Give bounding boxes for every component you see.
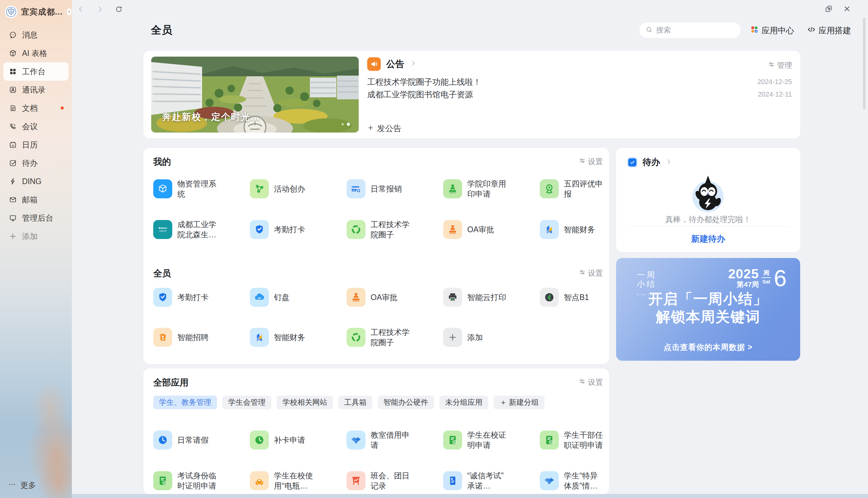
app-tile[interactable]: 智能云打印	[443, 288, 540, 307]
post-announcement-button[interactable]: 发公告	[367, 123, 402, 134]
app-tile[interactable]: 学生“特异体质”情…	[540, 471, 603, 491]
sidebar-item[interactable]: 添加	[3, 227, 68, 246]
app-tile[interactable]: 添加	[443, 327, 540, 348]
nav-forward-icon[interactable]	[96, 5, 104, 13]
app-tile-label: 班会、团日记录	[371, 471, 412, 491]
app-tile[interactable]: OA审批	[346, 288, 443, 307]
close-icon[interactable]	[843, 5, 851, 13]
app-group-tab[interactable]: 智能办公硬件	[378, 396, 434, 409]
app-center-icon	[750, 25, 759, 36]
app-tile[interactable]: 补卡申请	[250, 430, 346, 450]
message-icon	[9, 31, 17, 39]
refresh-icon[interactable]	[115, 5, 123, 13]
app-tile[interactable]: 学生在校使用“电瓶…	[250, 471, 346, 491]
cycle-app-icon	[346, 328, 366, 347]
sidebar-item[interactable]: 管理后台	[3, 209, 68, 227]
app-tile[interactable]: 考勤打卡	[153, 288, 250, 307]
all-apps-settings-button[interactable]: 设置	[579, 377, 603, 388]
mine-settings-button[interactable]: 设置	[579, 157, 603, 167]
sidebar-item[interactable]: 会议	[3, 117, 68, 135]
chevron-right-icon[interactable]	[410, 60, 417, 68]
app-tile[interactable]: 日常报销	[346, 179, 443, 199]
app-tile-label: 教室借用申请	[371, 430, 412, 450]
scrollbar[interactable]	[863, 18, 866, 109]
all-apps-card: 全部应用 设置 学生、教务管理学生会管理学校相关网站工具箱智能办公硬件未分组应用…	[143, 368, 609, 494]
team-avatar	[5, 5, 18, 18]
app-tile[interactable]: 学生在校证明申请	[443, 430, 540, 450]
app-tile[interactable]: 工程技术学院圈子	[346, 327, 443, 348]
docbadge-app-icon	[443, 431, 462, 449]
sidebar-more[interactable]: 更多	[8, 480, 36, 490]
search-box[interactable]	[640, 22, 740, 38]
announcement-title[interactable]: 公告	[386, 58, 405, 70]
everyone-settings-button[interactable]: 设置	[579, 268, 603, 278]
app-tile[interactable]: 智点B1	[540, 288, 603, 307]
app-tile[interactable]: 考勤打卡	[250, 219, 346, 240]
carousel-dots[interactable]	[341, 123, 350, 126]
sidebar-item[interactable]: 邮箱	[3, 191, 68, 209]
printer-app-icon	[443, 288, 462, 307]
weekly-summary-card[interactable]: 一周 小结 Ding Talk 2025 第47周 周 Sat 6 开启「一周小…	[616, 258, 800, 361]
app-tile[interactable]: Beisen北森生涯成都工业学院北森生…	[153, 219, 250, 240]
app-tile[interactable]: 考试身份临时证明申请	[153, 471, 250, 491]
announcement-item[interactable]: 成都工业学院图书馆电子资源2024-12-11	[367, 88, 792, 101]
clock-app-icon	[250, 431, 269, 449]
ding-icon	[9, 177, 17, 185]
app-group-tab[interactable]: 学校相关网站	[277, 396, 333, 409]
team-switcher[interactable]: 宜宾成都...	[0, 0, 72, 22]
app-tile[interactable]: 智能招聘	[153, 327, 250, 348]
sidebar-item[interactable]: 工作台	[3, 62, 68, 81]
share-app-icon	[250, 179, 269, 198]
announcement-list: 工程技术学院圈子功能上线啦！2024-12-25成都工业学院图书馆电子资源202…	[367, 76, 792, 101]
handshake-app-icon	[540, 471, 559, 490]
carousel-dot[interactable]	[341, 123, 344, 126]
app-group-tab[interactable]: ＋ 新建分组	[494, 396, 544, 409]
sidebar-item[interactable]: 通讯录	[3, 81, 68, 99]
app-tile[interactable]: 工程技术学院圈子	[346, 219, 443, 240]
app-group-tab[interactable]: 学生会管理	[222, 396, 271, 409]
app-tile[interactable]: 智能财务	[540, 219, 603, 240]
mail-icon	[9, 196, 17, 204]
app-group-tab[interactable]: 工具箱	[338, 396, 372, 409]
stamp-app-icon	[443, 179, 462, 198]
app-tile[interactable]: 教室借用申请	[346, 430, 443, 450]
announcement-manage-button[interactable]: 管理	[768, 60, 792, 70]
sidebar-item[interactable]: 待办	[3, 154, 68, 172]
sidebar-item[interactable]: 文档	[3, 99, 68, 117]
app-group-tab[interactable]: 学生、教务管理	[153, 396, 217, 409]
search-input[interactable]	[655, 25, 731, 35]
todo-header[interactable]: 待办	[627, 156, 672, 168]
app-tile[interactable]: 学生干部任职证明申请	[540, 430, 603, 450]
pinwheel-app-icon	[540, 220, 559, 239]
svg-text:22: 22	[12, 144, 14, 147]
new-todo-button[interactable]: 新建待办	[616, 233, 800, 245]
sidebar-item[interactable]: 22日历	[3, 135, 68, 154]
announcement-item[interactable]: 工程技术学院圈子功能上线啦！2024-12-25	[367, 76, 792, 88]
sidebar-item[interactable]: 消息	[3, 26, 68, 44]
app-tile[interactable]: 活动创办	[250, 179, 346, 199]
sidebar-item[interactable]: DING	[3, 172, 68, 191]
banner-carousel[interactable]: 奔赴新校，定个时光…	[151, 57, 359, 133]
sidebar-item[interactable]: AI 表格	[3, 44, 68, 62]
app-tile[interactable]: OA审批	[443, 219, 540, 240]
app-group-tab[interactable]: 未分组应用	[439, 396, 488, 409]
app-center-button[interactable]: 应用中心	[750, 25, 794, 36]
banner-caption: 奔赴新校，定个时光…	[162, 111, 260, 123]
app-tile[interactable]: 物资管理系统	[153, 179, 250, 199]
more-icon	[8, 480, 16, 490]
popout-icon[interactable]	[825, 5, 833, 13]
app-tile[interactable]: 日常请假	[153, 430, 250, 450]
app-tile[interactable]: 班会、团日记录	[346, 471, 443, 491]
weekly-cta[interactable]: 点击查看你的本周数据 >	[616, 342, 800, 353]
app-tile[interactable]: 智能财务	[250, 327, 346, 348]
app-tile[interactable]: 钉盘	[250, 288, 346, 307]
beisen-app-icon: Beisen北森生涯	[153, 220, 172, 239]
nav-back-icon[interactable]	[77, 5, 85, 13]
carousel-dot-active[interactable]	[347, 123, 350, 126]
app-tile[interactable]: “诚信考试”承诺…	[443, 471, 540, 491]
app-tile[interactable]: 学院印章用印申请	[443, 179, 540, 199]
bluetooth-app-icon	[540, 288, 559, 307]
app-build-button[interactable]: 应用搭建	[807, 25, 851, 36]
app-tile-label: 学院印章用印申请	[467, 179, 509, 199]
app-tile[interactable]: 五四评优申报	[540, 179, 603, 199]
